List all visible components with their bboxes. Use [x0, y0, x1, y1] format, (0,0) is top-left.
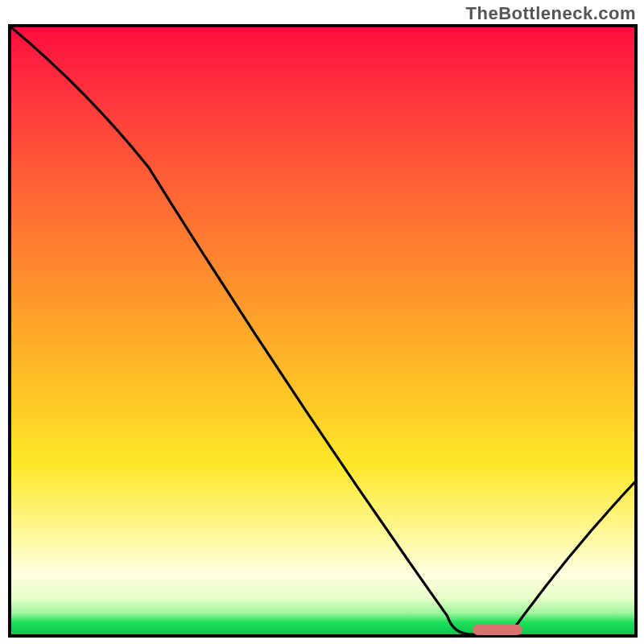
- chart-line-curve: [11, 27, 634, 634]
- chart-frame: [8, 24, 638, 638]
- credit-text: TheBottleneck.com: [466, 3, 636, 24]
- optimal-range-marker: [473, 625, 522, 635]
